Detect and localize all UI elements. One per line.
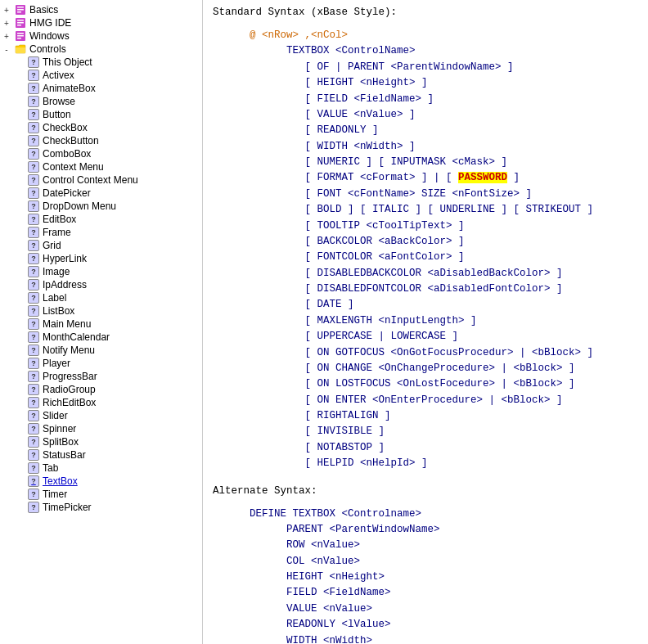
help-icon-spinner: ?	[26, 423, 41, 435]
sidebar-item-editbox[interactable]: ?EditBox	[0, 213, 202, 226]
sidebar-item-combobox[interactable]: ?ComboBox	[0, 147, 202, 160]
help-icon-tab: ?	[26, 462, 41, 474]
book-icon-basics	[13, 4, 28, 16]
sidebar-label-activex: Activex	[41, 70, 74, 81]
sidebar-item-windows[interactable]: + Windows	[0, 29, 202, 43]
sidebar-label-image: Image	[41, 266, 70, 277]
sidebar-label-splitbox: SplitBox	[41, 436, 79, 448]
help-icon-dropdownmenu: ?	[26, 200, 41, 212]
svg-rect-1	[17, 7, 24, 8]
sidebar-label-thisobject: This Object	[41, 56, 92, 68]
sidebar-item-grid[interactable]: ?Grid	[0, 239, 202, 252]
sidebar-item-ipaddress[interactable]: ?IpAddress	[0, 278, 202, 291]
help-icon-hyperlink: ?	[26, 253, 41, 264]
help-icon-player: ?	[26, 358, 41, 369]
sidebar-item-player[interactable]: ?Player	[0, 357, 202, 370]
sidebar-item-slider[interactable]: ?Slider	[0, 409, 202, 422]
sidebar-item-image[interactable]: ?Image	[0, 265, 202, 278]
sidebar-item-radiogroup[interactable]: ?RadioGroup	[0, 383, 202, 396]
section1-header: Standard Syntax (xBase Style):	[213, 7, 638, 18]
sidebar-item-datepicker[interactable]: ?DatePicker	[0, 187, 202, 200]
sidebar-label-statusbar: StatusBar	[41, 449, 86, 461]
sidebar-label-grid: Grid	[41, 240, 61, 251]
sidebar-label-radiogroup: RadioGroup	[41, 384, 96, 395]
sidebar-label-windows: Windows	[28, 30, 70, 42]
sidebar-item-richeditbox[interactable]: ?RichEditBox	[0, 396, 202, 409]
help-icon-timer: ?	[26, 489, 41, 500]
help-icon-animatebox: ?	[26, 83, 41, 94]
help-icon-checkbox: ?	[26, 122, 41, 133]
expand-icon-windows[interactable]: +	[0, 32, 13, 41]
help-icon-radiogroup: ?	[26, 384, 41, 395]
sidebar-item-checkbox[interactable]: ?CheckBox	[0, 121, 202, 134]
sidebar-item-basics[interactable]: + Basics	[0, 3, 202, 16]
help-icon-richeditbox: ?	[26, 397, 41, 408]
sidebar-label-player: Player	[41, 358, 70, 369]
sidebar-item-splitbox[interactable]: ?SplitBox	[0, 435, 202, 448]
help-icon-browse: ?	[26, 96, 41, 107]
sidebar-label-notifymenu: Notify Menu	[41, 345, 95, 356]
svg-rect-11	[17, 38, 21, 39]
sidebar-label-tab: Tab	[41, 462, 58, 474]
sidebar-item-hyperlink[interactable]: ?HyperLink	[0, 252, 202, 265]
section2-header: Alternate Syntax:	[213, 485, 638, 497]
sidebar-item-contextmenu[interactable]: ?Context Menu	[0, 160, 202, 173]
sidebar-item-mainmenu[interactable]: ?Main Menu	[0, 317, 202, 331]
sidebar-item-browse[interactable]: ?Browse	[0, 95, 202, 108]
sidebar-item-dropdownmenu[interactable]: ?DropDown Menu	[0, 200, 202, 213]
sidebar-item-animatebox[interactable]: ?AnimateBox	[0, 82, 202, 95]
sidebar-item-notifymenu[interactable]: ?Notify Menu	[0, 344, 202, 357]
sidebar-label-label: Label	[41, 292, 66, 304]
sidebar-item-thisobject[interactable]: ?This Object	[0, 56, 202, 69]
help-icon-label: ?	[26, 292, 41, 304]
help-icon-button: ?	[26, 109, 41, 120]
sidebar-item-controlcontextmenu[interactable]: ?Control Context Menu	[0, 173, 202, 187]
book-icon-windows	[13, 30, 28, 42]
sidebar-label-slider: Slider	[41, 410, 68, 421]
sidebar-item-monthcalendar[interactable]: ?MonthCalendar	[0, 331, 202, 344]
svg-rect-5	[17, 20, 24, 21]
sidebar-item-textbox[interactable]: ?TextBox	[0, 475, 202, 488]
sidebar-label-mainmenu: Main Menu	[41, 318, 91, 330]
sidebar-item-button[interactable]: ?Button	[0, 108, 202, 121]
help-icon-slider: ?	[26, 410, 41, 421]
sidebar-item-label[interactable]: ?Label	[0, 291, 202, 304]
help-icon-mainmenu: ?	[26, 318, 41, 330]
sidebar-label-button: Button	[41, 109, 71, 120]
sidebar-item-frame[interactable]: ?Frame	[0, 226, 202, 239]
sidebar-item-controls[interactable]: - Controls	[0, 43, 202, 56]
sidebar-item-listbox[interactable]: ?ListBox	[0, 304, 202, 317]
sidebar-item-activex[interactable]: ?Activex	[0, 69, 202, 82]
help-icon-datepicker: ?	[26, 187, 41, 199]
expand-icon-controls[interactable]: -	[0, 45, 13, 54]
expand-icon-basics[interactable]: +	[0, 6, 13, 15]
sidebar-item-tab[interactable]: ?Tab	[0, 462, 202, 475]
sidebar: + Basics+ HMG IDE+	[0, 0, 203, 644]
sidebar-item-checkbutton[interactable]: ?CheckButton	[0, 134, 202, 147]
sidebar-item-spinner[interactable]: ?Spinner	[0, 422, 202, 435]
sidebar-item-timepicker[interactable]: ?TimePicker	[0, 501, 202, 514]
code-block-2: DEFINE TEXTBOX <Controlname> PARENT <Par…	[213, 507, 638, 645]
help-icon-ipaddress: ?	[26, 279, 41, 290]
help-icon-progressbar: ?	[26, 371, 41, 382]
sidebar-item-progressbar[interactable]: ?ProgressBar	[0, 370, 202, 383]
sidebar-label-richeditbox: RichEditBox	[41, 397, 96, 408]
sidebar-label-frame: Frame	[41, 227, 71, 238]
help-icon-statusbar: ?	[26, 449, 41, 461]
svg-rect-3	[17, 11, 21, 13]
svg-rect-7	[17, 25, 21, 26]
sidebar-item-hmgide[interactable]: + HMG IDE	[0, 16, 202, 29]
sidebar-item-statusbar[interactable]: ?StatusBar	[0, 448, 202, 462]
help-icon-monthcalendar: ?	[26, 331, 41, 343]
sidebar-label-checkbox: CheckBox	[41, 122, 88, 133]
svg-rect-10	[17, 35, 24, 37]
sidebar-label-browse: Browse	[41, 96, 75, 107]
expand-icon-hmgide[interactable]: +	[0, 19, 13, 28]
help-icon-timepicker: ?	[26, 502, 41, 513]
sidebar-label-contextmenu: Context Menu	[41, 161, 104, 173]
book-icon-hmgide	[13, 17, 28, 29]
sidebar-label-timer: Timer	[41, 489, 67, 500]
sidebar-label-timepicker: TimePicker	[41, 502, 92, 513]
code-block-1: @ <nRow> ,<nCol> TEXTBOX <ControlName> […	[213, 28, 638, 472]
sidebar-item-timer[interactable]: ?Timer	[0, 488, 202, 501]
